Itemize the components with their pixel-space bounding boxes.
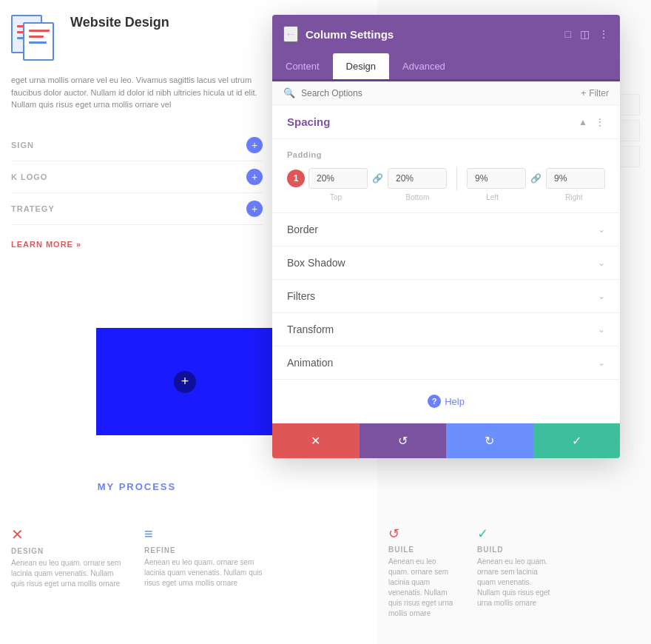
collapse-icon[interactable]: ▲ — [579, 117, 587, 127]
fullscreen-icon[interactable]: □ — [565, 28, 571, 40]
menu-dots-icon[interactable]: ⋮ — [598, 28, 609, 40]
search-icon: 🔍 — [283, 87, 295, 98]
border-chevron-icon: ⌄ — [598, 224, 605, 235]
tab-design[interactable]: Design — [333, 53, 389, 79]
animation-header[interactable]: Animation ⌄ — [272, 346, 620, 379]
boxshadow-chevron-icon: ⌄ — [598, 258, 605, 268]
columns-icon[interactable]: ◫ — [580, 28, 590, 40]
section-menu-icon[interactable]: ⋮ — [595, 116, 605, 128]
link-topbottom-icon[interactable]: 🔗 — [368, 173, 388, 184]
border-title: Border — [287, 224, 318, 235]
right-label: Right — [543, 193, 605, 201]
animation-section: Animation ⌄ — [272, 346, 620, 380]
bottom-label: Bottom — [386, 193, 448, 201]
panel-body: Spacing ▲ ⋮ Padding 1 🔗 — [272, 105, 620, 423]
padding-divider — [456, 167, 457, 190]
help-label: Help — [445, 396, 465, 407]
panel-tabs: Content Design Advanced — [272, 53, 620, 81]
transform-section: Transform ⌄ — [272, 313, 620, 346]
transform-header[interactable]: Transform ⌄ — [272, 313, 620, 346]
boxshadow-section: Box Shadow ⌄ — [272, 246, 620, 280]
filters-title: Filters — [287, 290, 315, 302]
save-button[interactable]: ✓ — [533, 423, 621, 458]
spacing-title: Spacing — [287, 115, 330, 128]
help-section: ? Help — [272, 380, 620, 423]
search-input[interactable] — [301, 88, 581, 98]
filters-header[interactable]: Filters ⌄ — [272, 280, 620, 312]
boxshadow-header[interactable]: Box Shadow ⌄ — [272, 246, 620, 279]
animation-title: Animation — [287, 357, 333, 369]
filters-chevron-icon: ⌄ — [598, 291, 605, 301]
blue-block-plus[interactable]: + — [174, 371, 196, 393]
transform-title: Transform — [287, 323, 334, 335]
back-button[interactable]: ← — [283, 26, 298, 42]
spacing-content: Padding 1 🔗 — [272, 139, 620, 213]
link-leftright-icon[interactable]: 🔗 — [526, 173, 546, 184]
transform-chevron-icon: ⌄ — [598, 324, 605, 335]
padding-row: 1 🔗 — [287, 167, 605, 190]
website-heading-left: Website Design — [70, 15, 169, 30]
filter-button[interactable]: + Filter — [581, 88, 609, 98]
spacing-section-header: Spacing ▲ ⋮ — [272, 105, 620, 139]
redo-button[interactable]: ↻ — [446, 423, 533, 458]
padding-right-input[interactable] — [546, 168, 605, 189]
padding-bottom-input[interactable] — [388, 168, 447, 189]
panel-title: Column Settings — [306, 28, 565, 41]
help-link[interactable]: ? Help — [287, 395, 605, 408]
panel-header-icons: □ ◫ ⋮ — [565, 28, 609, 40]
step-badge: 1 — [287, 170, 305, 187]
column-settings-panel: ← Column Settings □ ◫ ⋮ Content Design A… — [272, 15, 620, 458]
tab-content[interactable]: Content — [272, 53, 333, 79]
filter-label: Filter — [589, 88, 609, 98]
blue-block: + — [96, 328, 274, 435]
boxshadow-title: Box Shadow — [287, 257, 345, 269]
filter-plus-icon: + — [581, 88, 586, 98]
filters-section: Filters ⌄ — [272, 280, 620, 313]
help-icon: ? — [428, 395, 441, 408]
animation-chevron-icon: ⌄ — [598, 358, 605, 368]
my-process-label: MY PROCESS — [0, 481, 274, 492]
section-controls: ▲ ⋮ — [579, 116, 605, 128]
padding-top-input[interactable] — [308, 168, 368, 189]
learn-more-left: LEARN MORE » — [11, 240, 263, 249]
bg-text-left: eget urna mollis ornare vel eu leo. Viva… — [11, 74, 263, 111]
padding-left-input[interactable] — [467, 168, 526, 189]
top-label: Top — [305, 193, 367, 201]
panel-header: ← Column Settings □ ◫ ⋮ — [272, 15, 620, 53]
list-item: TRATEGY + — [11, 193, 263, 225]
list-item: SIGN + — [11, 130, 263, 161]
padding-label: Padding — [287, 150, 605, 159]
border-header[interactable]: Border ⌄ — [272, 213, 620, 246]
search-bar: 🔍 + Filter — [272, 81, 620, 105]
tab-advanced[interactable]: Advanced — [389, 53, 459, 79]
left-label: Left — [462, 193, 524, 201]
cancel-button[interactable]: ✕ — [272, 423, 360, 458]
border-section: Border ⌄ — [272, 213, 620, 246]
bottom-bar: ✕ ↺ ↻ ✓ — [272, 423, 620, 458]
list-item: K LOGO + — [11, 161, 263, 193]
undo-button[interactable]: ↺ — [360, 423, 447, 458]
